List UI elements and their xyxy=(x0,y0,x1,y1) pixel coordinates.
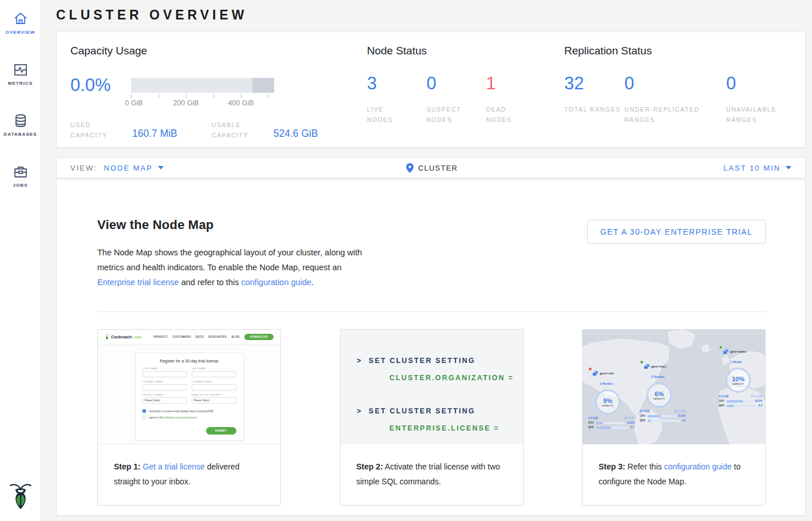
view-mode-value: NODE MAP xyxy=(104,164,153,172)
mini-checkbox-checked: ✓ xyxy=(142,409,146,413)
used-capacity-label: USED CAPACITY xyxy=(70,120,120,140)
node-map-panel: View the Node Map The Node Map shows the… xyxy=(56,179,806,516)
sidebar-item-jobs[interactable]: JOBS xyxy=(0,162,41,192)
configuration-guide-link[interactable]: configuration guide xyxy=(241,278,311,287)
step3-card: geo=sfo 2 Nodes 9% CAPACITY 3.2 GiB 351 … xyxy=(582,329,766,506)
capacity-usage-section: Capacity Usage 0.0% 0 GiB 200 GiB 400 Gi… xyxy=(70,45,367,147)
mini-input xyxy=(192,371,236,377)
sidebar-item-databases[interactable]: DATABASES xyxy=(0,111,41,141)
locality-name: geo=ams xyxy=(730,350,746,353)
sql-command-argument: CLUSTER.ORGANIZATION = xyxy=(390,374,523,382)
nodes-stack-icon xyxy=(593,368,598,378)
dead-nodes-label: DEAD NODES xyxy=(486,104,530,125)
unavailable-ranges-value: 0 xyxy=(726,74,789,93)
chevron-down-icon xyxy=(786,166,791,169)
mini-select: Please Select xyxy=(192,397,236,404)
status-dot-dead-icon xyxy=(588,367,592,371)
used-capacity-value: 160.7 MiB xyxy=(132,128,177,140)
axis-label-400gib: 400 GiB xyxy=(228,99,253,107)
chevron-down-icon xyxy=(158,166,164,169)
metrics-icon xyxy=(13,62,28,77)
capacity-gauge: 10% CAPACITY xyxy=(726,368,751,393)
logo-suffix: LABS xyxy=(133,336,142,339)
enterprise-trial-button[interactable]: GET A 30-DAY ENTERPRISE TRIAL xyxy=(587,220,766,244)
locality-name: geo=sfo xyxy=(600,372,614,375)
status-dot-live-icon xyxy=(719,345,723,349)
time-range-dropdown[interactable]: LAST 10 MIN xyxy=(723,164,791,172)
capacity-bar: 0 GiB 200 GiB 400 GiB xyxy=(131,77,274,108)
main-content: CLUSTER OVERVIEW Capacity Usage 0.0% 0 G… xyxy=(41,0,812,516)
mini-checkbox-label: I would like to receive email updates ab… xyxy=(148,410,214,413)
step1-card: Cockroach LABS PRODUCT CUSTOMERS DOCS RE… xyxy=(97,329,281,506)
locality-nodes: 1 Node xyxy=(730,360,742,364)
section-divider xyxy=(97,311,766,312)
locality-nodes: 2 Nodes xyxy=(651,375,664,378)
node-map-description: The Node Map shows the geographical layo… xyxy=(97,245,365,290)
live-nodes-value: 3 xyxy=(367,74,426,93)
mini-form-title: Register for a 30-day trial license xyxy=(142,359,236,363)
cockroach-bug-icon xyxy=(105,334,109,340)
sidebar-item-label: DATABASES xyxy=(0,132,41,137)
node-status-section: Node Status 3 LIVE NODES 0 SUSPECT NODES… xyxy=(367,45,564,147)
time-range-value: LAST 10 MIN xyxy=(723,164,781,172)
description-text: . xyxy=(311,278,314,287)
mini-input xyxy=(192,384,236,390)
suspect-nodes-label: SUSPECT NODES xyxy=(426,104,471,125)
step1-label: Step 1: xyxy=(114,462,141,471)
configuration-guide-link[interactable]: configuration guide xyxy=(664,462,731,471)
cockroach-labs-mini-logo: Cockroach LABS xyxy=(105,334,142,340)
mini-nav-blog: BLOG xyxy=(231,336,240,338)
sql-commands-illustration: > SET CLUSTER SETTING CLUSTER.ORGANIZATI… xyxy=(340,330,523,444)
mini-field-label: REASON FOR INTEREST xyxy=(192,393,236,396)
location-pin-icon xyxy=(406,163,414,173)
nodes-stack-icon xyxy=(644,361,649,372)
breadcrumb-cluster: CLUSTER xyxy=(406,163,458,173)
mini-submit-button: SUBMIT xyxy=(206,427,236,435)
unavailable-ranges-label: UNAVAILABLE RANGES xyxy=(726,104,789,125)
locality-nodes: 2 Nodes xyxy=(600,382,613,385)
sql-command-line: > SET CLUSTER SETTING xyxy=(357,357,523,365)
locality-nyc: geo=nyc 2 Nodes 6% CAPACITY 3.7 GiB 43.7 xyxy=(640,360,686,422)
capacity-bar-used-segment xyxy=(252,78,274,93)
cluster-breadcrumb-label: CLUSTER xyxy=(418,164,458,172)
view-mode-dropdown[interactable]: NODE MAP xyxy=(104,164,164,172)
axis-label-0gib: 0 GiB xyxy=(125,99,142,107)
sql-command-argument: ENTERPRISE.LICENSE = xyxy=(390,424,523,432)
logo-text: Cockroach xyxy=(111,335,132,339)
enterprise-trial-license-link[interactable]: Enterprise trial license xyxy=(97,278,179,287)
suspect-nodes-stat: 0 SUSPECT NODES xyxy=(426,74,486,125)
cluster-summary-panel: Capacity Usage 0.0% 0 GiB 200 GiB 400 Gi… xyxy=(56,31,806,148)
description-text: The Node Map shows the geographical layo… xyxy=(97,248,362,272)
step2-caption: Step 2: Activate the trial license with … xyxy=(340,444,523,489)
view-toolbar: VIEW: NODE MAP CLUSTER LAST 10 MIN xyxy=(56,157,806,178)
briefcase-icon xyxy=(13,164,28,179)
cockroach-labs-logo xyxy=(0,481,41,513)
sidebar-item-metrics[interactable]: METRICS xyxy=(0,60,41,90)
database-icon xyxy=(13,113,28,128)
unavailable-ranges-stat: 0 UNAVAILABLE RANGES xyxy=(726,74,789,125)
mini-nav-resources: RESOURCES xyxy=(208,336,227,338)
mini-registration-form: Register for a 30-day trial license FIRS… xyxy=(135,353,244,441)
cockroach-bug-icon xyxy=(9,481,32,511)
locality-name: geo=nyc xyxy=(651,365,667,368)
used-capacity-stat: USED CAPACITY 160.7 MiB xyxy=(70,120,177,140)
capacity-gauge: 9% CAPACITY xyxy=(595,389,620,415)
total-ranges-value: 32 xyxy=(564,74,624,93)
step3-label: Step 3: xyxy=(599,462,625,471)
get-trial-license-link[interactable]: Get a trial license xyxy=(143,462,205,471)
sidebar-item-overview[interactable]: OVERVIEW xyxy=(0,9,41,40)
mini-select: Please Select xyxy=(142,397,187,404)
node-map-preview: geo=sfo 2 Nodes 9% CAPACITY 3.2 GiB 351 … xyxy=(583,330,765,444)
capacity-percent: 0.0% xyxy=(70,77,131,108)
nodes-stack-icon xyxy=(723,346,728,357)
mini-field-label: FIRST NAME xyxy=(142,367,187,370)
description-text: and refer to this xyxy=(179,278,241,287)
under-replicated-ranges-value: 0 xyxy=(624,74,726,93)
mini-input xyxy=(142,371,187,377)
node-status-title: Node Status xyxy=(367,45,564,57)
capacity-axis-ticks xyxy=(131,94,274,98)
mini-checkbox-label: I agree to the Software License Agreemen… xyxy=(148,416,198,419)
mini-nav-customers: CUSTOMERS xyxy=(172,336,191,338)
usable-capacity-stat: USABLE CAPACITY 524.6 GiB xyxy=(212,120,318,140)
total-ranges-label: TOTAL RANGES xyxy=(564,104,624,115)
